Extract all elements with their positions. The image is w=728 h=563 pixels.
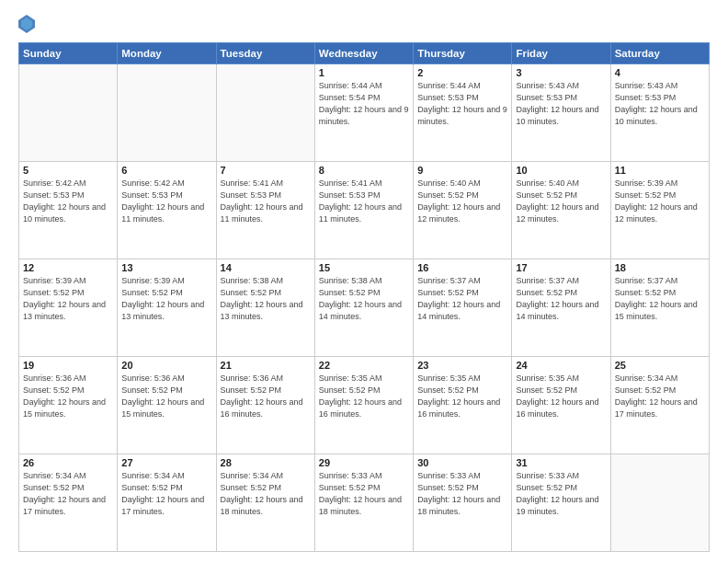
cell-info-text: Sunrise: 5:36 AM Sunset: 5:52 PM Dayligh… — [121, 373, 211, 420]
calendar-cell — [216, 64, 314, 162]
cell-info-text: Sunrise: 5:40 AM Sunset: 5:52 PM Dayligh… — [417, 178, 507, 225]
cell-date-number: 2 — [417, 67, 507, 78]
cell-date-number: 15 — [319, 262, 409, 273]
cell-date-number: 30 — [417, 457, 507, 468]
cell-info-text: Sunrise: 5:33 AM Sunset: 5:52 PM Dayligh… — [516, 470, 606, 518]
calendar-cell: 5Sunrise: 5:42 AM Sunset: 5:53 PM Daylig… — [19, 162, 118, 259]
cell-date-number: 3 — [516, 67, 606, 78]
cell-info-text: Sunrise: 5:42 AM Sunset: 5:53 PM Dayligh… — [121, 178, 211, 225]
cell-date-number: 1 — [319, 67, 409, 78]
cell-info-text: Sunrise: 5:35 AM Sunset: 5:52 PM Dayligh… — [319, 373, 409, 420]
cell-date-number: 23 — [417, 360, 507, 371]
calendar-cell: 12Sunrise: 5:39 AM Sunset: 5:52 PM Dayli… — [19, 259, 118, 357]
calendar-cell: 17Sunrise: 5:37 AM Sunset: 5:52 PM Dayli… — [512, 259, 610, 357]
cell-info-text: Sunrise: 5:36 AM Sunset: 5:52 PM Dayligh… — [23, 373, 113, 420]
calendar-cell: 27Sunrise: 5:34 AM Sunset: 5:52 PM Dayli… — [118, 454, 216, 552]
cell-info-text: Sunrise: 5:34 AM Sunset: 5:52 PM Dayligh… — [615, 373, 705, 420]
cell-info-text: Sunrise: 5:34 AM Sunset: 5:52 PM Dayligh… — [23, 470, 113, 518]
cell-date-number: 14 — [221, 262, 311, 273]
calendar-cell: 1Sunrise: 5:44 AM Sunset: 5:54 PM Daylig… — [314, 64, 413, 162]
calendar-cell: 11Sunrise: 5:39 AM Sunset: 5:52 PM Dayli… — [610, 162, 709, 259]
calendar-cell: 29Sunrise: 5:33 AM Sunset: 5:52 PM Dayli… — [314, 454, 413, 552]
cell-date-number: 8 — [319, 165, 409, 176]
weekday-header-monday: Monday — [118, 43, 216, 64]
calendar-cell: 30Sunrise: 5:33 AM Sunset: 5:52 PM Dayli… — [414, 454, 512, 552]
weekday-header-row: SundayMondayTuesdayWednesdayThursdayFrid… — [19, 43, 710, 64]
weekday-header-friday: Friday — [512, 43, 610, 64]
calendar-cell: 14Sunrise: 5:38 AM Sunset: 5:52 PM Dayli… — [216, 259, 314, 357]
calendar-cell: 3Sunrise: 5:43 AM Sunset: 5:53 PM Daylig… — [512, 64, 610, 162]
logo — [18, 15, 39, 33]
weekday-header-thursday: Thursday — [414, 43, 512, 64]
cell-date-number: 27 — [121, 457, 211, 468]
weekday-header-tuesday: Tuesday — [216, 43, 314, 64]
cell-date-number: 6 — [121, 165, 211, 176]
cell-info-text: Sunrise: 5:37 AM Sunset: 5:52 PM Dayligh… — [615, 275, 705, 323]
cell-date-number: 12 — [23, 262, 113, 273]
cell-info-text: Sunrise: 5:33 AM Sunset: 5:52 PM Dayligh… — [417, 470, 507, 518]
calendar-cell — [19, 64, 118, 162]
cell-info-text: Sunrise: 5:39 AM Sunset: 5:52 PM Dayligh… — [23, 275, 113, 323]
calendar-cell: 18Sunrise: 5:37 AM Sunset: 5:52 PM Dayli… — [610, 259, 709, 357]
calendar-cell: 19Sunrise: 5:36 AM Sunset: 5:52 PM Dayli… — [19, 357, 118, 454]
cell-info-text: Sunrise: 5:38 AM Sunset: 5:52 PM Dayligh… — [221, 275, 311, 323]
calendar-cell: 8Sunrise: 5:41 AM Sunset: 5:53 PM Daylig… — [314, 162, 413, 259]
calendar-cell: 23Sunrise: 5:35 AM Sunset: 5:52 PM Dayli… — [414, 357, 512, 454]
week-row-3: 12Sunrise: 5:39 AM Sunset: 5:52 PM Dayli… — [19, 259, 710, 357]
cell-info-text: Sunrise: 5:35 AM Sunset: 5:52 PM Dayligh… — [417, 373, 507, 420]
cell-info-text: Sunrise: 5:33 AM Sunset: 5:52 PM Dayligh… — [319, 470, 409, 518]
cell-info-text: Sunrise: 5:44 AM Sunset: 5:54 PM Dayligh… — [319, 80, 409, 128]
calendar-cell: 22Sunrise: 5:35 AM Sunset: 5:52 PM Dayli… — [314, 357, 413, 454]
cell-info-text: Sunrise: 5:34 AM Sunset: 5:52 PM Dayligh… — [121, 470, 211, 518]
cell-date-number: 7 — [221, 165, 311, 176]
cell-info-text: Sunrise: 5:39 AM Sunset: 5:52 PM Dayligh… — [615, 178, 705, 225]
calendar-cell: 31Sunrise: 5:33 AM Sunset: 5:52 PM Dayli… — [512, 454, 610, 552]
calendar-cell: 21Sunrise: 5:36 AM Sunset: 5:52 PM Dayli… — [216, 357, 314, 454]
cell-date-number: 4 — [615, 67, 705, 78]
cell-date-number: 13 — [121, 262, 211, 273]
cell-info-text: Sunrise: 5:36 AM Sunset: 5:52 PM Dayligh… — [221, 373, 311, 420]
calendar-cell — [118, 64, 216, 162]
cell-date-number: 21 — [221, 360, 311, 371]
cell-date-number: 11 — [615, 165, 705, 176]
logo-icon — [18, 15, 35, 33]
cell-date-number: 5 — [23, 165, 113, 176]
calendar-cell: 28Sunrise: 5:34 AM Sunset: 5:52 PM Dayli… — [216, 454, 314, 552]
calendar-cell: 25Sunrise: 5:34 AM Sunset: 5:52 PM Dayli… — [610, 357, 709, 454]
cell-date-number: 28 — [221, 457, 311, 468]
calendar-cell: 7Sunrise: 5:41 AM Sunset: 5:53 PM Daylig… — [216, 162, 314, 259]
cell-info-text: Sunrise: 5:38 AM Sunset: 5:52 PM Dayligh… — [319, 275, 409, 323]
week-row-4: 19Sunrise: 5:36 AM Sunset: 5:52 PM Dayli… — [19, 357, 710, 454]
cell-info-text: Sunrise: 5:37 AM Sunset: 5:52 PM Dayligh… — [417, 275, 507, 323]
calendar-cell: 9Sunrise: 5:40 AM Sunset: 5:52 PM Daylig… — [414, 162, 512, 259]
calendar-cell — [610, 454, 709, 552]
cell-info-text: Sunrise: 5:41 AM Sunset: 5:53 PM Dayligh… — [319, 178, 409, 225]
cell-date-number: 24 — [516, 360, 606, 371]
calendar-cell: 4Sunrise: 5:43 AM Sunset: 5:53 PM Daylig… — [610, 64, 709, 162]
cell-date-number: 25 — [615, 360, 705, 371]
calendar-cell: 6Sunrise: 5:42 AM Sunset: 5:53 PM Daylig… — [118, 162, 216, 259]
cell-info-text: Sunrise: 5:39 AM Sunset: 5:52 PM Dayligh… — [121, 275, 211, 323]
cell-info-text: Sunrise: 5:44 AM Sunset: 5:53 PM Dayligh… — [417, 80, 507, 128]
header — [18, 15, 710, 33]
cell-date-number: 26 — [23, 457, 113, 468]
cell-date-number: 29 — [319, 457, 409, 468]
cell-date-number: 16 — [417, 262, 507, 273]
cell-info-text: Sunrise: 5:43 AM Sunset: 5:53 PM Dayligh… — [615, 80, 705, 128]
calendar-table: SundayMondayTuesdayWednesdayThursdayFrid… — [18, 42, 710, 552]
cell-date-number: 17 — [516, 262, 606, 273]
calendar-cell: 10Sunrise: 5:40 AM Sunset: 5:52 PM Dayli… — [512, 162, 610, 259]
weekday-header-saturday: Saturday — [610, 43, 709, 64]
cell-date-number: 31 — [516, 457, 606, 468]
week-row-1: 1Sunrise: 5:44 AM Sunset: 5:54 PM Daylig… — [19, 64, 710, 162]
calendar-cell: 24Sunrise: 5:35 AM Sunset: 5:52 PM Dayli… — [512, 357, 610, 454]
weekday-header-sunday: Sunday — [19, 43, 118, 64]
cell-date-number: 18 — [615, 262, 705, 273]
cell-date-number: 10 — [516, 165, 606, 176]
cell-date-number: 22 — [319, 360, 409, 371]
cell-date-number: 19 — [23, 360, 113, 371]
cell-date-number: 9 — [417, 165, 507, 176]
cell-info-text: Sunrise: 5:34 AM Sunset: 5:52 PM Dayligh… — [221, 470, 311, 518]
calendar-cell: 20Sunrise: 5:36 AM Sunset: 5:52 PM Dayli… — [118, 357, 216, 454]
weekday-header-wednesday: Wednesday — [314, 43, 413, 64]
